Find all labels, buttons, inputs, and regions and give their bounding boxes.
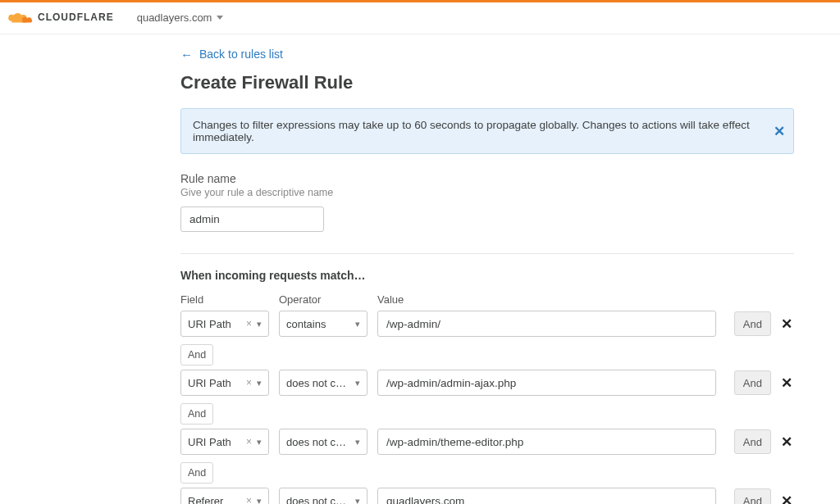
- rule-row: URI Path×▾contains▾And✕: [180, 311, 794, 337]
- connector-label: And: [180, 344, 213, 366]
- operator-select-value: contains: [286, 318, 326, 330]
- notice-text: Changes to filter expressions may take u…: [193, 119, 750, 143]
- delete-row-icon[interactable]: ✕: [779, 434, 794, 451]
- caret-down-icon: ▾: [355, 319, 360, 329]
- and-button[interactable]: And: [734, 370, 771, 395]
- field-select-value: URI Path: [188, 318, 231, 330]
- value-input[interactable]: [377, 488, 716, 504]
- operator-select[interactable]: does not cont...▾: [279, 488, 368, 504]
- row-actions: And✕: [734, 488, 794, 504]
- app-header: CLOUDFLARE quadlayers.com: [0, 2, 840, 34]
- and-button[interactable]: And: [734, 429, 771, 454]
- rule-name-input[interactable]: [180, 207, 324, 232]
- field-select[interactable]: Referer×▾: [180, 488, 269, 504]
- delete-row-icon[interactable]: ✕: [779, 316, 794, 333]
- caret-down-icon: ▾: [257, 437, 262, 447]
- row-connector: And: [180, 460, 794, 488]
- clear-icon[interactable]: ×: [246, 377, 252, 388]
- rule-name-label: Rule name: [180, 172, 794, 185]
- row-actions: And✕: [734, 429, 794, 454]
- rule-row: Referer×▾does not cont...▾And✕: [180, 488, 794, 504]
- brand-logo: CLOUDFLARE: [7, 11, 114, 24]
- row-connector: And: [180, 401, 794, 429]
- cloud-icon: [7, 11, 33, 24]
- value-input[interactable]: [377, 370, 716, 396]
- clear-icon[interactable]: ×: [246, 495, 252, 504]
- clear-icon[interactable]: ×: [246, 436, 252, 447]
- operator-select-value: does not cont...: [286, 377, 347, 389]
- row-actions: And✕: [734, 311, 794, 336]
- arrow-left-icon: ←: [180, 48, 193, 61]
- field-select-value: URI Path: [188, 436, 231, 448]
- field-select-value: URI Path: [188, 377, 231, 389]
- field-select[interactable]: URI Path×▾: [180, 311, 269, 337]
- page-title: Create Firewall Rule: [180, 72, 794, 93]
- domain-selector-label: quadlayers.com: [137, 11, 212, 24]
- delete-row-icon[interactable]: ✕: [779, 375, 794, 392]
- caret-down-icon: [217, 16, 223, 20]
- clear-icon[interactable]: ×: [246, 318, 252, 329]
- caret-down-icon: ▾: [355, 378, 360, 388]
- field-select[interactable]: URI Path×▾: [180, 370, 269, 396]
- value-input[interactable]: [377, 429, 716, 455]
- caret-down-icon: ▾: [355, 496, 360, 505]
- brand-name: CLOUDFLARE: [38, 11, 114, 23]
- close-icon[interactable]: ✕: [774, 123, 785, 140]
- operator-select-value: does not cont...: [286, 436, 347, 448]
- match-section-title: When incoming requests match…: [180, 269, 794, 282]
- and-button[interactable]: And: [734, 311, 771, 336]
- backlink-label: Back to rules list: [199, 48, 283, 61]
- operator-select[interactable]: contains▾: [279, 311, 368, 337]
- operator-select[interactable]: does not cont...▾: [279, 429, 368, 455]
- domain-selector[interactable]: quadlayers.com: [137, 11, 224, 24]
- col-value-label: Value: [377, 293, 794, 306]
- col-field-label: Field: [180, 293, 269, 306]
- operator-select-value: does not cont...: [286, 495, 347, 505]
- info-notice: Changes to filter expressions may take u…: [180, 108, 794, 154]
- field-select-value: Referer: [188, 495, 223, 505]
- caret-down-icon: ▾: [257, 378, 262, 388]
- section-divider: [180, 253, 794, 254]
- columns-header: Field Operator Value: [180, 293, 794, 306]
- col-operator-label: Operator: [279, 293, 368, 306]
- connector-label: And: [180, 403, 213, 425]
- delete-row-icon[interactable]: ✕: [779, 493, 794, 505]
- connector-label: And: [180, 462, 213, 484]
- rule-row: URI Path×▾does not cont...▾And✕: [180, 370, 794, 396]
- row-connector: And: [180, 342, 794, 370]
- caret-down-icon: ▾: [355, 437, 360, 447]
- rule-name-help: Give your rule a descriptive name: [180, 187, 794, 198]
- value-input[interactable]: [377, 311, 716, 337]
- caret-down-icon: ▾: [257, 496, 262, 505]
- operator-select[interactable]: does not cont...▾: [279, 370, 368, 396]
- caret-down-icon: ▾: [257, 319, 262, 329]
- rule-row: URI Path×▾does not cont...▾And✕: [180, 429, 794, 455]
- back-to-rules-link[interactable]: ← Back to rules list: [180, 48, 794, 61]
- row-actions: And✕: [734, 370, 794, 395]
- field-select[interactable]: URI Path×▾: [180, 429, 269, 455]
- and-button[interactable]: And: [734, 488, 771, 504]
